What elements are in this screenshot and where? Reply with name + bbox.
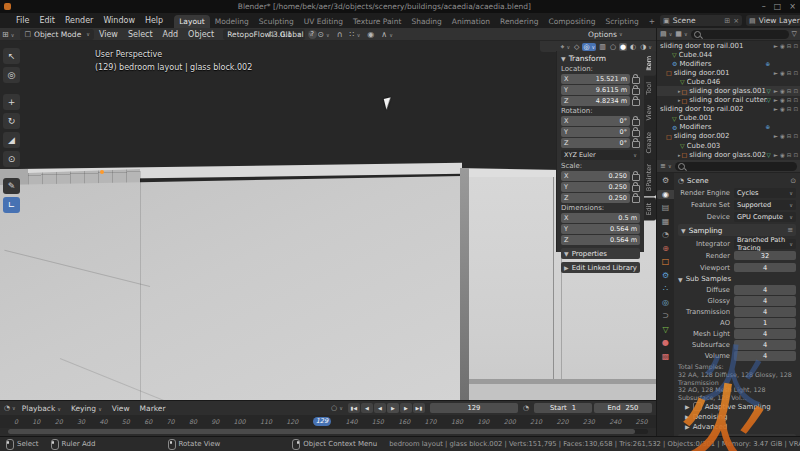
npanel-tab-edit[interactable]: Edit — [644, 198, 656, 221]
scene-selector[interactable]: ▣ Scene ⊞ × — [660, 15, 742, 26]
menu-edit[interactable]: Edit — [34, 16, 60, 25]
overlays-toggle-icon[interactable]: ◎∨ — [582, 43, 596, 51]
outliner-row-collection[interactable]: sliding door top rail.002 ►◉⊟⊡ — [657, 105, 800, 114]
rotation-y-field[interactable]: Y0° — [561, 127, 630, 137]
lock-icon[interactable] — [632, 88, 640, 95]
options-dropdown[interactable]: Options∨ — [588, 30, 623, 39]
pivot-point-icon[interactable]: ⊙∨ — [315, 30, 331, 39]
snap-magnet-icon[interactable]: ∩ — [335, 30, 345, 39]
disable-viewport-icon[interactable]: ⊟ — [787, 88, 792, 94]
hide-viewport-icon[interactable]: ◉ — [780, 152, 785, 158]
lock-icon[interactable] — [632, 141, 640, 148]
tab-world-properties[interactable]: ⊕ — [657, 244, 674, 253]
tab-tool-properties[interactable]: ⚙ — [657, 176, 674, 185]
object-visibility-dropdown-icon[interactable]: ⌖∨ — [559, 43, 571, 51]
sub-samples-header[interactable]: ▼Sub Samples — [678, 274, 796, 284]
disable-render-icon[interactable]: ⊡ — [793, 43, 798, 49]
tab-texture-paint[interactable]: Texture Paint — [348, 15, 406, 28]
dimensions-y-field[interactable]: Y0.564 m — [561, 224, 640, 234]
menu-playback[interactable]: Playback∨ — [18, 404, 65, 413]
tab-modeling[interactable]: Modeling — [210, 15, 254, 28]
jump-to-start-button[interactable]: ▮◀ — [348, 403, 360, 413]
lock-icon[interactable] — [632, 99, 640, 106]
adaptive-sampling-checkbox[interactable] — [693, 402, 702, 411]
mode-dropdown[interactable]: □ Object Mode ∨ — [20, 29, 94, 40]
sampling-panel-header[interactable]: ▼Sampling≡ — [678, 224, 796, 236]
select-box-tool[interactable]: ↖ — [3, 48, 20, 64]
tab-scene-properties[interactable]: ◔ — [657, 230, 674, 239]
editor-type-icon[interactable]: ◔∨ — [4, 404, 16, 412]
outliner-row-mesh[interactable]: ▽ Cube.046 — [657, 77, 800, 86]
jump-to-end-button[interactable]: ▶▮ — [413, 403, 425, 413]
tab-object-properties[interactable]: □ — [657, 257, 674, 266]
tab-scripting[interactable]: Scripting — [600, 15, 643, 28]
play-button[interactable]: ▶ — [387, 403, 399, 413]
tab-texture-properties[interactable]: ▩ — [657, 352, 674, 361]
prev-keyframe-button[interactable]: ◀ — [361, 403, 373, 413]
current-frame-field[interactable]: 129 — [430, 403, 518, 413]
scale-y-field[interactable]: Y0.250 — [561, 182, 630, 192]
lock-icon[interactable] — [632, 185, 640, 192]
device-dropdown[interactable]: GPU Compute∨ — [734, 212, 796, 222]
editor-type-icon[interactable]: ⊞∨ — [0, 30, 16, 39]
menu-file[interactable]: File — [11, 16, 34, 25]
rotation-mode-dropdown[interactable]: XYZ Euler∨ — [561, 150, 640, 160]
minimize-button[interactable]: – — [762, 2, 766, 11]
npanel-tab-tool[interactable]: Tool — [644, 77, 656, 100]
hide-viewport-icon[interactable]: ◉ — [780, 97, 785, 103]
screw-modifier-icon[interactable]: ⊕ — [765, 124, 770, 130]
menu-keying[interactable]: Keying∨ — [67, 404, 106, 413]
rotation-z-field[interactable]: Z0° — [561, 138, 630, 148]
outliner-row-modifiers[interactable]: ⚙ Modifiers ⊕ — [657, 59, 800, 68]
playhead-frame-pill[interactable]: 129 — [313, 417, 331, 426]
disable-render-icon[interactable]: ⊡ — [793, 106, 798, 112]
selectable-icon[interactable]: ► — [774, 106, 778, 112]
outliner-row-object[interactable]: □ sliding door.002 ►◉⊟⊡ — [657, 132, 800, 141]
hide-viewport-icon[interactable]: ◉ — [780, 88, 785, 94]
expand-icon[interactable]: ▸ — [678, 88, 681, 94]
feature-set-dropdown[interactable]: Supported∨ — [734, 200, 796, 210]
shading-rendered-icon[interactable]: ◑∨ — [639, 43, 653, 51]
frame-start-field[interactable]: Start1 — [534, 403, 592, 413]
hide-viewport-icon[interactable]: ◉ — [780, 70, 785, 76]
disable-viewport-icon[interactable]: ⊟ — [787, 70, 792, 76]
volume-samples-field[interactable]: 4 — [734, 351, 796, 361]
collection-icon[interactable]: ▦∨ — [675, 30, 687, 38]
unlink-scene-icon[interactable]: × — [733, 17, 739, 25]
filter-funnel-icon[interactable]: ▽ — [792, 30, 797, 38]
timeline-ruler[interactable]: 0 10 20 30 40 50 60 70 80 90 100 110 120… — [0, 415, 656, 428]
cursor-tool[interactable]: ◎ — [3, 67, 20, 83]
selectable-icon[interactable]: ► — [774, 88, 778, 94]
outliner-row-mesh[interactable]: ▽ Cube.003 — [657, 141, 800, 150]
move-tool[interactable]: + — [3, 94, 20, 110]
frame-end-field[interactable]: End250 — [594, 403, 652, 413]
viewport-samples-field[interactable]: 4 — [734, 263, 796, 273]
npanel-tab-create[interactable]: Create — [644, 127, 656, 159]
selectable-icon[interactable]: ► — [774, 43, 778, 49]
tab-output-properties[interactable]: ▤ — [657, 203, 674, 212]
shading-solid-icon[interactable]: ● — [619, 43, 627, 51]
disable-render-icon[interactable]: ⊡ — [793, 152, 798, 158]
timeline-scrollbar[interactable] — [8, 429, 648, 434]
menu-view[interactable]: View — [108, 404, 134, 413]
tab-particle-properties[interactable]: ∴ — [657, 284, 674, 293]
scale-tool[interactable]: ◢ — [3, 132, 20, 148]
scrollbar-thumb[interactable] — [8, 429, 635, 434]
lock-icon[interactable] — [632, 196, 640, 203]
render-samples-field[interactable]: 32 — [734, 251, 796, 261]
view-layer-selector[interactable]: ▤ View Layer ⊞ × — [746, 15, 800, 26]
disable-viewport-icon[interactable]: ⊟ — [787, 97, 792, 103]
proportional-editing-icon[interactable]: ◉ — [365, 30, 376, 39]
npanel-tab-bpainter[interactable]: BPainter — [644, 159, 656, 196]
menu-add[interactable]: Add — [158, 30, 184, 39]
tab-constraint-properties[interactable]: ⊃ — [657, 311, 674, 320]
hide-viewport-icon[interactable]: ◉ — [780, 106, 785, 112]
hide-viewport-icon[interactable]: ◉ — [780, 133, 785, 139]
lock-icon[interactable] — [632, 174, 640, 181]
add-workspace-button[interactable]: + — [644, 15, 660, 28]
menu-window[interactable]: Window — [98, 16, 140, 25]
menu-select[interactable]: Select — [123, 30, 158, 39]
tab-compositing[interactable]: Compositing — [543, 15, 600, 28]
xray-toggle-icon[interactable]: ▥ — [598, 43, 607, 51]
tab-rendering[interactable]: Rendering — [495, 15, 543, 28]
